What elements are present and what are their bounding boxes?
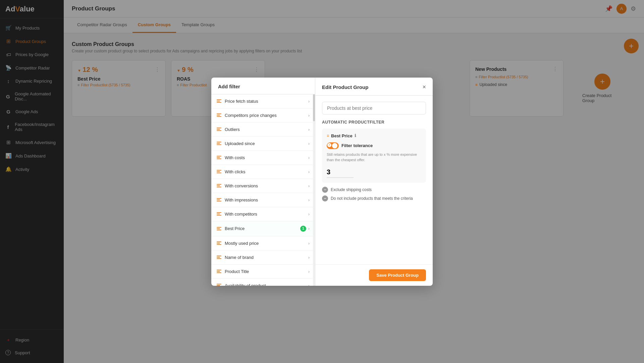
filter-item-with-impressions[interactable]: With impressions ›	[211, 193, 315, 207]
filter-lines-icon-8	[217, 198, 221, 201]
filter-label-availability-of-product: Availability of product	[225, 283, 266, 286]
close-button[interactable]: ×	[422, 84, 426, 91]
chevron-right-icon-2: ›	[308, 113, 310, 118]
checkmark-icon: ✓	[328, 143, 331, 146]
filter-label-with-clicks: With clicks	[225, 169, 245, 174]
filter-lines-icon-12	[217, 256, 221, 259]
filter-label-with-costs: With costs	[225, 155, 245, 160]
edit-panel-title: Edit Product Group	[322, 84, 368, 90]
filter-lines-icon-7	[217, 184, 221, 187]
chevron-right-icon: ›	[308, 99, 310, 104]
filter-label-mostly-used-price: Mostly used price	[225, 241, 259, 246]
filter-item-price-fetch-status[interactable]: Price fetch status ›	[211, 94, 315, 108]
filter-label-with-conversions: With conversions	[225, 183, 258, 188]
chevron-right-icon-7: ›	[308, 183, 310, 188]
edit-product-group-panel: Edit Product Group × Automatic Productfi…	[315, 78, 433, 286]
tolerance-desc: Still retains products that are up to x …	[327, 152, 421, 163]
filter-lines-icon-10	[217, 227, 221, 230]
filter-list-container: Price fetch status › Competitors price c…	[211, 94, 315, 286]
filter-label-price-fetch-status: Price fetch status	[225, 99, 258, 104]
exclude-shipping-row: − Exclude shipping costs	[322, 187, 426, 193]
filter-label-with-impressions: With impressions	[225, 197, 258, 202]
chevron-right-icon-5: ›	[308, 155, 310, 160]
filter-panel-header: Add filter	[211, 78, 315, 94]
filter-tolerance-label: Filter tolerance	[341, 143, 373, 148]
product-group-name-input[interactable]	[322, 102, 426, 115]
filter-item-uploaded-since[interactable]: Uploaded since ›	[211, 137, 315, 151]
filter-lines-icon-11	[217, 241, 221, 245]
chevron-right-icon-11: ›	[308, 241, 310, 246]
filter-label-with-competitors: With competitors	[225, 212, 257, 217]
filter-tolerance-toggle[interactable]: ✓	[327, 142, 339, 149]
filter-tolerance-row: ✓ Filter tolerance	[327, 142, 421, 149]
chevron-right-icon-10: ›	[308, 226, 310, 231]
filter-item-mostly-used-price[interactable]: Mostly used price ›	[211, 236, 315, 251]
chevron-right-icon-13: ›	[308, 269, 310, 274]
edit-panel-header: Edit Product Group ×	[315, 78, 433, 96]
filter-label-product-title: Product Title	[225, 269, 249, 274]
filter-item-best-price[interactable]: Best Price 1 ›	[211, 221, 315, 236]
filter-label-outliers: Outliers	[225, 127, 240, 132]
save-product-group-button[interactable]: Save Product Group	[369, 269, 426, 281]
filter-box-lines-icon: ≡	[327, 133, 329, 138]
filter-lines-icon-14	[217, 284, 221, 286]
filter-lines-icon-5	[217, 156, 221, 159]
filter-label-best-price: Best Price	[225, 226, 245, 231]
scroll-thumb[interactable]	[313, 94, 315, 121]
not-include-label: Do not include products that meets the c…	[331, 196, 413, 201]
filter-label-uploaded-since: Uploaded since	[225, 141, 255, 146]
add-filter-title: Add filter	[218, 84, 308, 89]
chevron-right-icon-8: ›	[308, 197, 310, 202]
not-include-row: − Do not include products that meets the…	[322, 195, 426, 201]
best-price-badge: 1	[300, 226, 306, 232]
filter-item-competitors-price-changes[interactable]: Competitors price changes ›	[211, 108, 315, 123]
filter-box-title: ≡ Best Price ℹ	[327, 133, 421, 138]
filter-item-outliers[interactable]: Outliers ›	[211, 123, 315, 137]
auto-filter-label: Automatic Productfilter	[322, 120, 426, 125]
exclude-shipping-label: Exclude shipping costs	[331, 187, 372, 192]
filter-item-product-title[interactable]: Product Title ›	[211, 265, 315, 279]
filter-item-with-conversions[interactable]: With conversions ›	[211, 179, 315, 193]
chevron-right-icon-3: ›	[308, 127, 310, 132]
filter-lines-icon-9	[217, 212, 221, 216]
filter-item-availability-of-product[interactable]: Availability of product ›	[211, 279, 315, 286]
minus-circle-icon: −	[322, 187, 328, 193]
filter-lines-icon-13	[217, 270, 221, 273]
scroll-track	[313, 94, 315, 286]
filter-lines-icon-4	[217, 142, 221, 145]
chevron-right-icon-9: ›	[308, 212, 310, 217]
edit-panel-body: Automatic Productfilter ≡ Best Price ℹ ✓	[315, 96, 433, 264]
tolerance-value-input[interactable]	[327, 167, 354, 178]
filter-item-with-costs[interactable]: With costs ›	[211, 151, 315, 165]
filter-lines-icon	[217, 99, 221, 103]
add-filter-panel: Add filter Price fetch status ›	[211, 78, 315, 286]
filter-label-name-of-brand: Name of brand	[225, 255, 254, 260]
filter-item-with-competitors[interactable]: With competitors ›	[211, 207, 315, 221]
filter-lines-icon-3	[217, 128, 221, 131]
modal-overlay[interactable]: Add filter Price fetch status ›	[0, 0, 644, 363]
filter-box-best-price: ≡ Best Price ℹ ✓ Filter tolerance	[322, 129, 426, 183]
chevron-right-icon-6: ›	[308, 169, 310, 174]
info-icon[interactable]: ℹ	[355, 133, 356, 138]
chevron-right-icon-12: ›	[308, 255, 310, 260]
filter-lines-icon-2	[217, 114, 221, 117]
filter-item-with-clicks[interactable]: With clicks ›	[211, 165, 315, 179]
filter-label-competitors-price-changes: Competitors price changes	[225, 113, 277, 118]
modal-wrapper: Add filter Price fetch status ›	[211, 78, 433, 286]
chevron-right-icon-14: ›	[308, 283, 310, 286]
filter-lines-icon-6	[217, 170, 221, 173]
minus-circle-icon-2: −	[322, 195, 328, 201]
chevron-right-icon-4: ›	[308, 141, 310, 146]
filter-item-name-of-brand[interactable]: Name of brand ›	[211, 251, 315, 265]
edit-panel-footer: Save Product Group	[315, 264, 433, 286]
